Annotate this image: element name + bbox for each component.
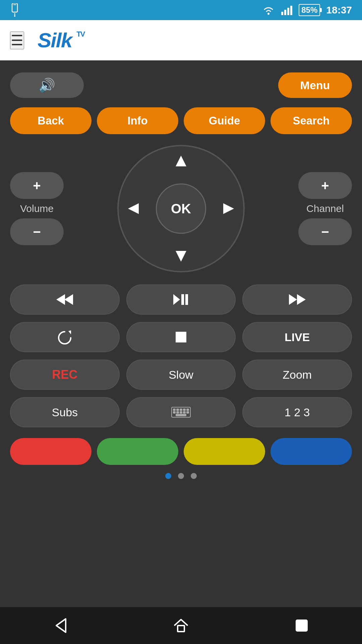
status-right: 85% 18:37	[262, 4, 352, 16]
volume-up-button[interactable]: +	[10, 172, 64, 199]
blue-button[interactable]	[270, 438, 352, 465]
svg-point-3	[14, 15, 15, 17]
svg-rect-5	[281, 12, 283, 15]
svg-rect-8	[290, 6, 292, 15]
bottom-navigation	[0, 607, 362, 644]
guide-button[interactable]: Guide	[184, 107, 265, 134]
wifi-icon	[262, 5, 275, 15]
svg-rect-6	[284, 10, 286, 15]
red-button[interactable]	[10, 438, 92, 465]
recents-nav-button[interactable]	[293, 617, 310, 634]
volume-column: + Volume −	[10, 172, 64, 245]
svg-marker-15	[173, 294, 180, 305]
status-bar: 85% 18:37	[0, 0, 362, 20]
channel-column: + Channel −	[298, 172, 352, 245]
svg-marker-11	[128, 203, 139, 214]
svg-rect-33	[176, 414, 186, 416]
svg-rect-36	[296, 620, 307, 631]
svg-rect-29	[177, 412, 179, 413]
replay-button[interactable]	[10, 322, 120, 352]
svg-rect-1	[13, 4, 16, 5]
svg-marker-12	[223, 203, 234, 214]
back-button[interactable]: Back	[10, 107, 92, 134]
svg-marker-19	[297, 294, 306, 305]
phone-icon	[10, 3, 19, 17]
zoom-button[interactable]: Zoom	[242, 360, 352, 390]
svg-marker-10	[176, 251, 186, 262]
back-nav-icon	[52, 617, 69, 634]
row-mute-menu: 🔊 Menu	[10, 72, 352, 98]
svg-rect-28	[173, 412, 175, 413]
home-nav-button[interactable]	[172, 617, 190, 634]
status-left	[10, 3, 19, 17]
back-nav-button[interactable]	[52, 617, 69, 634]
numbers-button[interactable]: 1 2 3	[242, 397, 352, 427]
row-dpad: + Volume − OK + Channel	[10, 145, 352, 272]
page-dots	[165, 473, 197, 479]
svg-marker-34	[56, 619, 66, 632]
svg-marker-18	[289, 294, 297, 305]
menu-button[interactable]: Menu	[278, 72, 352, 98]
battery-text: 85%	[301, 5, 317, 15]
yellow-button[interactable]	[184, 438, 265, 465]
row-color-buttons	[10, 438, 352, 465]
live-button[interactable]: LIVE	[242, 322, 352, 352]
page-dot-1[interactable]	[165, 473, 171, 479]
channel-label: Channel	[306, 203, 344, 214]
svg-rect-24	[177, 409, 179, 411]
dpad-up-button[interactable]	[174, 154, 188, 168]
recents-nav-icon	[293, 617, 310, 634]
remote-panel: 🔊 Menu Back Info Guide Search + Volume −	[0, 60, 362, 607]
svg-rect-17	[185, 294, 188, 305]
stop-button[interactable]	[126, 322, 236, 352]
search-button[interactable]: Search	[270, 107, 352, 134]
svg-rect-31	[183, 412, 185, 413]
svg-rect-27	[187, 409, 189, 411]
status-time: 18:37	[326, 4, 352, 16]
hamburger-menu[interactable]: ☰	[10, 32, 24, 49]
svg-rect-16	[181, 294, 184, 305]
battery-indicator: 85%	[299, 4, 320, 16]
svg-point-4	[267, 13, 269, 15]
info-button[interactable]: Info	[97, 107, 178, 134]
dpad-circle: OK	[117, 145, 245, 272]
svg-rect-21	[176, 332, 186, 342]
dpad-left-button[interactable]	[126, 201, 141, 216]
svg-marker-9	[176, 156, 186, 166]
svg-marker-14	[56, 294, 65, 305]
row-nav-buttons: Back Info Guide Search	[10, 107, 352, 134]
rec-button[interactable]: REC	[10, 360, 120, 390]
volume-label: Volume	[20, 203, 54, 214]
ok-button[interactable]: OK	[156, 183, 206, 234]
signal-icon	[281, 5, 293, 15]
channel-down-button[interactable]: −	[298, 218, 352, 245]
green-button[interactable]	[97, 438, 178, 465]
logo-tv-badge: TV	[76, 31, 84, 38]
svg-marker-20	[68, 330, 71, 334]
volume-down-button[interactable]: −	[10, 218, 64, 245]
play-pause-button[interactable]	[126, 284, 236, 315]
svg-rect-7	[287, 8, 289, 15]
page-dot-2[interactable]	[178, 473, 184, 479]
keyboard-button[interactable]	[126, 397, 236, 427]
channel-up-button[interactable]: +	[298, 172, 352, 199]
svg-rect-25	[180, 409, 182, 411]
fast-forward-button[interactable]	[242, 284, 352, 315]
svg-rect-32	[187, 412, 189, 413]
row-media-1	[10, 284, 352, 315]
mute-button[interactable]: 🔊	[10, 72, 84, 98]
dpad-right-button[interactable]	[221, 201, 236, 216]
svg-rect-35	[178, 626, 184, 632]
row-media-3: REC Slow Zoom	[10, 360, 352, 390]
dpad-down-button[interactable]	[174, 249, 188, 264]
speaker-icon: 🔊	[39, 77, 55, 93]
home-nav-icon	[172, 617, 190, 634]
app-header: ☰ SilkTV	[0, 20, 362, 60]
subs-button[interactable]: Subs	[10, 397, 120, 427]
slow-button[interactable]: Slow	[126, 360, 236, 390]
svg-rect-26	[183, 409, 185, 411]
svg-rect-30	[180, 412, 182, 413]
row-media-4: Subs 1 2 3	[10, 397, 352, 427]
rewind-button[interactable]	[10, 284, 120, 315]
page-dot-3[interactable]	[191, 473, 197, 479]
